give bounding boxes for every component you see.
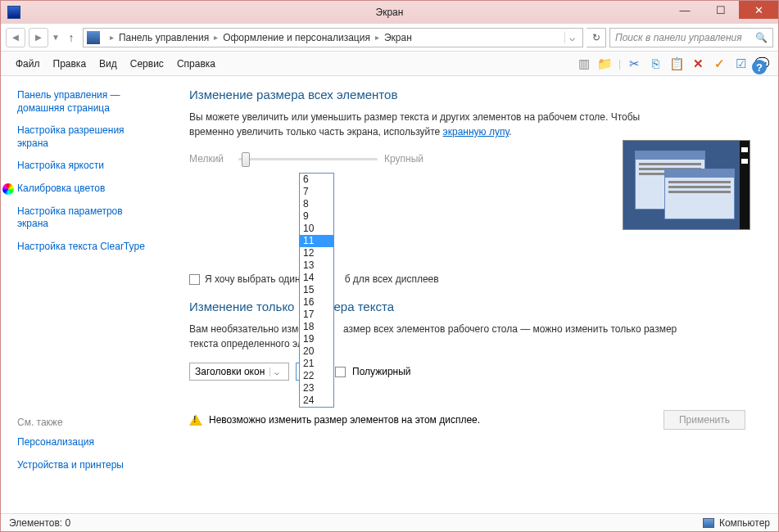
dropdown-option[interactable]: 8 [300,198,333,210]
properties-icon[interactable]: ☑ [732,56,749,72]
search-input[interactable]: Поиск в панели управления 🔍 [609,28,773,47]
slider-thumb[interactable] [242,152,250,167]
back-button[interactable]: ◄ [6,28,25,47]
cut-icon[interactable]: ✂ [626,56,642,72]
element-combo[interactable]: Заголовки окон ⌵ [189,363,289,381]
menubar: Файл Правка Вид Сервис Справка ▥ 📁 | ✂ ⎘… [1,52,778,76]
sidebar: Панель управления — домашняя страница На… [1,76,165,515]
dropdown-option[interactable]: 24 [300,394,333,407]
dropdown-option[interactable]: 22 [300,370,333,382]
magnifier-link[interactable]: экранную лупу [443,126,510,138]
menu-service[interactable]: Сервис [124,58,170,70]
navbar: ◄ ► ▼ ↑ ▸ Панель управления ▸ Оформление… [1,24,778,52]
dropdown-option[interactable]: 11 [300,235,333,247]
dropdown-option[interactable]: 13 [300,259,333,272]
copy-icon[interactable]: ⎘ [647,56,664,72]
sidebar-resolution[interactable]: Настройка разрешения экрана [17,124,156,150]
heading-resize-all: Изменение размера всех элементов [189,88,762,101]
search-icon[interactable]: 🔍 [755,32,768,43]
titlebar: Экран — ☐ ✕ [1,1,778,24]
apply-button[interactable]: Применить [664,410,745,430]
breadcrumb-mid[interactable]: Оформление и персонализация [223,32,370,43]
slider-label-large: Крупный [384,153,427,165]
up-button[interactable]: ↑ [63,31,79,44]
dropdown-option[interactable]: 21 [300,358,333,370]
sidebar-params[interactable]: Настройка параметров экрана [17,205,156,231]
sidebar-calibration[interactable]: Калибровка цветов [17,183,156,196]
dropdown-option[interactable]: 7 [300,186,333,198]
warning-text: Невозможно изменить размер элементов на … [209,414,480,426]
forward-button[interactable]: ► [29,28,48,47]
breadcrumb[interactable]: ▸ Панель управления ▸ Оформление и персо… [83,28,583,47]
heading-text-only: Изменение толькоера текста [189,300,762,313]
bold-label: Полужирный [352,366,411,377]
dropdown-option[interactable]: 18 [300,321,333,333]
computer-icon [703,518,714,528]
help-icon[interactable]: ? [752,60,767,74]
sidebar-devices[interactable]: Устройства и принтеры [17,459,156,472]
dropdown-option[interactable]: 12 [300,247,333,259]
font-size-dropdown[interactable]: 6789101112131415161718192021222324 [299,173,334,408]
breadcrumb-root[interactable]: Панель управления [119,32,209,43]
panes-icon[interactable]: ▥ [576,56,592,72]
dropdown-option[interactable]: 17 [300,309,333,321]
search-placeholder: Поиск в панели управления [615,32,742,43]
statusbar: Элементов: 0 Компьютер [1,513,778,531]
breadcrumb-leaf[interactable]: Экран [384,32,412,43]
checkbox-label-a: Я хочу выбрать один [205,273,301,285]
close-button[interactable]: ✕ [739,1,778,19]
maximize-button[interactable]: ☐ [703,1,739,19]
location-icon [87,31,100,44]
warning-icon [189,414,202,426]
paste-icon[interactable]: 📋 [668,56,685,72]
checkbox-bold[interactable] [335,367,346,377]
dropdown-option[interactable]: 9 [300,210,333,223]
menu-file[interactable]: Файл [9,58,47,70]
check-icon[interactable]: ✓ [711,56,727,72]
dropdown-option[interactable]: 15 [300,284,333,296]
folder-icon[interactable]: 📁 [597,56,614,72]
dropdown-option[interactable]: 20 [300,345,333,358]
dropdown-option[interactable]: 6 [300,174,333,186]
status-computer: Компьютер [719,517,770,529]
checkbox-label-b: б для всех дисплеев [345,273,439,285]
dropdown-option[interactable]: 19 [300,333,333,345]
status-items: Элементов: 0 [9,517,70,529]
dropdown-option[interactable]: 23 [300,382,333,394]
menu-view[interactable]: Вид [93,58,124,70]
checkbox-one-scale[interactable] [189,274,200,285]
breadcrumb-dropdown[interactable]: ⌵ [564,32,579,43]
refresh-button[interactable]: ↻ [587,28,606,47]
sidebar-brightness[interactable]: Настройка яркости [17,160,156,173]
description-2: Вам необязательно измеазмер всех элемент… [189,322,681,351]
description-1: Вы можете увеличить или уменьшить размер… [189,110,681,139]
main-panel: Изменение размера всех элементов Вы може… [165,76,778,515]
dropdown-option[interactable]: 10 [300,223,333,235]
slider-label-small: Мелкий [189,153,232,165]
minimize-button[interactable]: — [667,1,703,19]
sidebar-personalization[interactable]: Персонализация [17,436,156,449]
menu-edit[interactable]: Правка [47,58,93,70]
sidebar-cleartype[interactable]: Настройка текста ClearType [17,241,156,254]
menu-help[interactable]: Справка [170,58,222,70]
window-title: Экран [1,7,778,18]
sidebar-home[interactable]: Панель управления — домашняя страница [17,89,156,115]
preview-image [623,140,750,230]
delete-icon[interactable]: ✕ [690,56,706,72]
dropdown-option[interactable]: 14 [300,272,333,284]
chevron-down-icon: ⌵ [269,367,283,376]
color-wheel-icon [2,183,14,195]
size-slider[interactable] [238,151,378,167]
see-also-heading: См. также [17,417,156,428]
dropdown-option[interactable]: 16 [300,296,333,309]
